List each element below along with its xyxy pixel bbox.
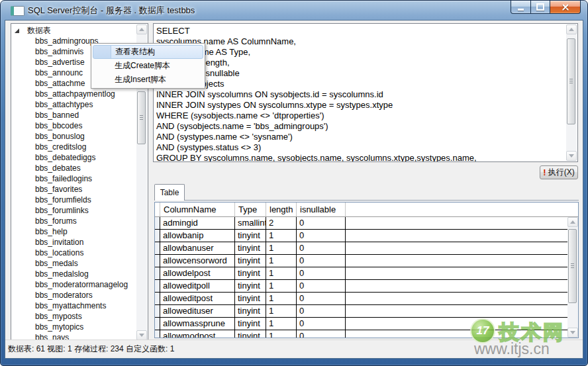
arrow-up-icon [139, 28, 144, 31]
execute-button-label: 执行(X) [548, 167, 575, 178]
scroll-up-button[interactable] [566, 24, 577, 34]
grid-cell-empty [346, 305, 567, 317]
grid-column-header[interactable]: Type [235, 203, 266, 216]
row-selector[interactable] [155, 330, 160, 338]
row-selector[interactable] [155, 255, 160, 267]
title-bar[interactable]: SQL Server控制台 - 服务器 . 数据库 testbbs [1, 1, 587, 20]
scroll-down-button[interactable] [566, 151, 577, 161]
row-selector[interactable] [155, 230, 160, 242]
grid-cell: allowmodpost [160, 330, 235, 338]
sql-editor-panel: SELECT syscolumns.name AS ColumnName, sy… [153, 23, 578, 162]
grid-cell: 1 [266, 242, 297, 254]
grid-cell: allowbanip [160, 230, 235, 242]
menu-item[interactable]: 生成Insert脚本 [93, 73, 203, 87]
scrollbar-thumb[interactable] [137, 91, 146, 144]
tabstrip-line [154, 200, 579, 201]
grid-cell: alloweditpost [160, 293, 235, 304]
tree-item[interactable]: bbs_forumfields [11, 195, 136, 205]
tree-item[interactable]: bbs_debatediggs [11, 152, 136, 163]
tree-item[interactable]: bbs_help [11, 226, 136, 237]
tree-item[interactable]: bbs_myposts [11, 311, 136, 322]
tree-item[interactable]: bbs_invitation [11, 237, 136, 248]
grid-cell: allowcensorword [160, 255, 235, 267]
tree-item[interactable]: bbs_forumlinks [11, 205, 136, 216]
row-selector[interactable] [155, 293, 160, 304]
app-icon [11, 6, 24, 16]
table-row[interactable]: allowmodposttinyint10 [155, 330, 567, 338]
menu-item[interactable]: 生成Create脚本 [93, 59, 203, 73]
grid-column-header[interactable]: length [266, 203, 297, 216]
tree-item[interactable]: bbs_attachpaymentlog [11, 89, 136, 99]
tree-item[interactable]: bbs_bbcodes [11, 120, 136, 131]
table-row[interactable]: allowmassprunetinyint10 [155, 318, 567, 330]
sql-scrollbar[interactable] [566, 24, 577, 161]
tree-item[interactable]: bbs_failedlogins [11, 173, 136, 184]
scroll-up-button[interactable] [567, 217, 578, 227]
tree-item[interactable]: bbs_banned [11, 110, 136, 120]
tree-item[interactable]: bbs_bonuslog [11, 131, 136, 142]
status-bar: 数据表: 61 视图: 1 存储过程: 234 自定义函数: 1 [5, 340, 583, 358]
grid-cell-empty [346, 318, 567, 330]
grid-column-header[interactable]: ColumnName [160, 203, 235, 216]
grid-cell: tinyint [235, 330, 266, 338]
grid-cell: 1 [266, 280, 297, 292]
grid-column-header[interactable]: isnullable [297, 203, 346, 216]
minimize-button[interactable] [511, 1, 531, 14]
table-row[interactable]: alloweditusertinyint10 [155, 305, 567, 318]
grid-cell-empty [346, 217, 567, 229]
row-selector[interactable] [155, 217, 160, 229]
tree-item[interactable]: bbs_creditslog [11, 142, 136, 152]
tree-expander-icon[interactable] [15, 28, 19, 33]
status-text: 数据表: 61 视图: 1 存储过程: 234 自定义函数: 1 [8, 344, 174, 353]
tree-item[interactable]: bbs_attachtypes [11, 99, 136, 110]
tree-item[interactable]: bbs_moderators [11, 290, 136, 300]
grid-cell: allowedituser [160, 305, 235, 317]
execute-button[interactable]: ! 执行(X) [540, 165, 578, 179]
scroll-down-button[interactable] [136, 330, 147, 340]
grid-scrollbar[interactable] [567, 217, 578, 338]
table-row[interactable]: alloweditposttinyint10 [155, 293, 567, 305]
tree-item[interactable]: bbs_medals [11, 258, 136, 269]
grid-cell: allowbanuser [160, 242, 235, 254]
table-row[interactable]: allowbaniptinyint10 [155, 230, 567, 242]
row-selector[interactable] [155, 242, 160, 254]
table-row[interactable]: allowbanusertinyint10 [155, 242, 567, 255]
row-selector[interactable] [155, 267, 160, 279]
table-row[interactable]: allowcensorwordtinyint10 [155, 255, 567, 267]
tree-item[interactable]: bbs_medalslog [11, 269, 136, 279]
tree-item[interactable]: bbs_moderatormanagelog [11, 279, 136, 290]
tree-item[interactable]: bbs_debates [11, 163, 136, 173]
grid-cell: 0 [297, 280, 346, 292]
table-row[interactable]: allowdelposttinyint10 [155, 267, 567, 280]
tree-item[interactable]: bbs_myattachments [11, 300, 136, 311]
grid-cell: 0 [297, 318, 346, 330]
row-selector[interactable] [155, 318, 160, 330]
scroll-down-button[interactable] [567, 328, 578, 338]
maximize-button[interactable] [531, 1, 550, 14]
tree-item[interactable]: bbs_locations [11, 248, 136, 258]
arrow-down-icon [139, 334, 144, 337]
tree-item[interactable]: bbs_mytopics [11, 322, 136, 332]
menu-item[interactable]: 查看表结构 [93, 45, 203, 59]
row-selector[interactable] [155, 280, 160, 292]
grid-header-filler [346, 203, 578, 216]
result-grid: ColumnNameTypelengthisnullable admingids… [154, 202, 579, 338]
tree-item[interactable]: bbs_favorites [11, 184, 136, 195]
arrow-down-icon [570, 331, 575, 334]
table-row[interactable]: admingidsmallint20 [155, 217, 567, 230]
scroll-up-button[interactable] [136, 24, 147, 34]
tree-item[interactable]: bbs_forums [11, 216, 136, 226]
grid-cell: 1 [266, 293, 297, 304]
tree-root[interactable]: 数据表 [11, 25, 51, 36]
window-title: SQL Server控制台 - 服务器 . 数据库 testbbs [28, 5, 195, 17]
row-selector[interactable] [155, 305, 160, 317]
scrollbar-thumb[interactable] [568, 229, 577, 303]
grid-cell-empty [346, 330, 567, 338]
close-button[interactable] [550, 1, 581, 14]
grid-cell-empty [346, 280, 567, 292]
table-row[interactable]: alloweditpolltinyint10 [155, 280, 567, 293]
grid-cell: tinyint [235, 318, 266, 330]
scrollbar-thumb[interactable] [567, 38, 575, 124]
tab-table[interactable]: Table [154, 184, 185, 201]
grid-cell: alloweditpoll [160, 280, 235, 292]
